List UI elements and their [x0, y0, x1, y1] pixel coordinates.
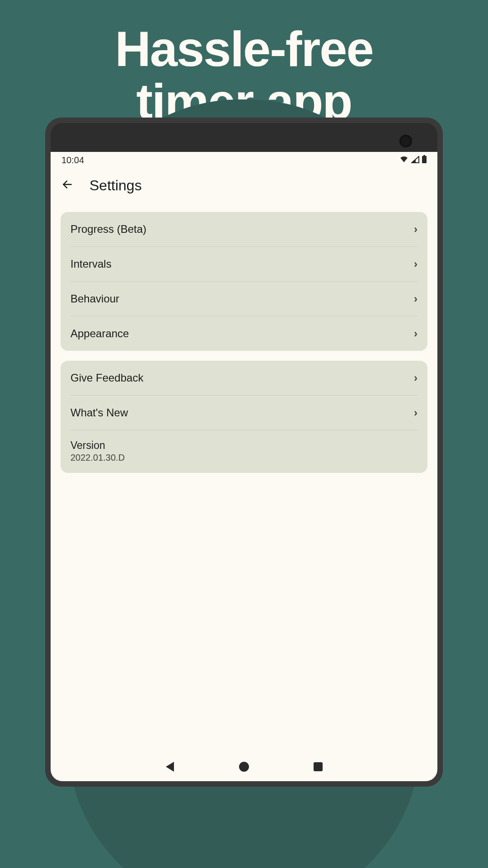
settings-group-1: Progress (Beta) › Intervals › Behaviour … — [61, 212, 427, 351]
settings-item-whatsnew[interactable]: What's New › — [61, 396, 427, 430]
nav-recent-button[interactable] — [313, 761, 324, 772]
svg-rect-1 — [422, 156, 427, 163]
page-title: Settings — [89, 177, 142, 194]
chevron-right-icon: › — [414, 372, 418, 384]
settings-item-progress[interactable]: Progress (Beta) › — [61, 212, 427, 246]
device-frame: 10:04 Settings — [45, 118, 443, 787]
chevron-right-icon: › — [414, 406, 418, 419]
status-time: 10:04 — [61, 155, 84, 165]
settings-content: Progress (Beta) › Intervals › Behaviour … — [51, 203, 437, 492]
settings-item-label: Progress (Beta) — [70, 223, 146, 236]
settings-group-2: Give Feedback › What's New › Version 202… — [61, 361, 427, 473]
device-inner: 10:04 Settings — [51, 123, 437, 781]
back-button[interactable] — [61, 178, 73, 193]
android-nav-bar — [51, 752, 437, 781]
chevron-right-icon: › — [414, 327, 418, 340]
chevron-right-icon: › — [414, 292, 418, 305]
wifi-icon — [399, 155, 408, 165]
version-label: Version — [70, 439, 418, 452]
nav-back-button[interactable] — [164, 761, 175, 772]
settings-item-intervals[interactable]: Intervals › — [61, 247, 427, 281]
app-header: Settings — [51, 168, 437, 203]
settings-item-label: Behaviour — [70, 292, 119, 305]
camera-icon — [399, 135, 412, 147]
status-bar: 10:04 — [51, 152, 437, 168]
svg-rect-0 — [423, 155, 425, 156]
nav-home-button[interactable] — [239, 761, 249, 772]
status-icons — [399, 155, 427, 165]
settings-item-version: Version 2022.01.30.D — [61, 430, 427, 473]
settings-item-appearance[interactable]: Appearance › — [61, 316, 427, 351]
settings-item-label: What's New — [70, 406, 128, 419]
app-screen: 10:04 Settings — [51, 152, 437, 752]
settings-item-feedback[interactable]: Give Feedback › — [61, 361, 427, 395]
battery-icon — [422, 155, 427, 165]
chevron-right-icon: › — [414, 223, 418, 236]
chevron-right-icon: › — [414, 258, 418, 270]
version-value: 2022.01.30.D — [70, 453, 418, 463]
settings-item-behaviour[interactable]: Behaviour › — [61, 282, 427, 316]
settings-item-label: Intervals — [70, 258, 112, 270]
hero-line-1: Hassle-free — [0, 23, 488, 75]
settings-item-label: Give Feedback — [70, 372, 143, 384]
cellular-icon — [411, 155, 419, 165]
settings-item-label: Appearance — [70, 327, 129, 340]
